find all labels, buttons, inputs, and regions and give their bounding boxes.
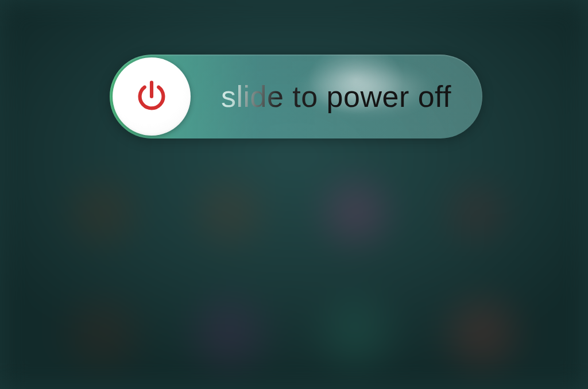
slider-label: slide to power off <box>207 55 465 138</box>
slider-knob[interactable] <box>113 57 191 136</box>
power-off-slider[interactable]: slide to power off <box>110 55 482 138</box>
power-icon <box>132 77 171 116</box>
